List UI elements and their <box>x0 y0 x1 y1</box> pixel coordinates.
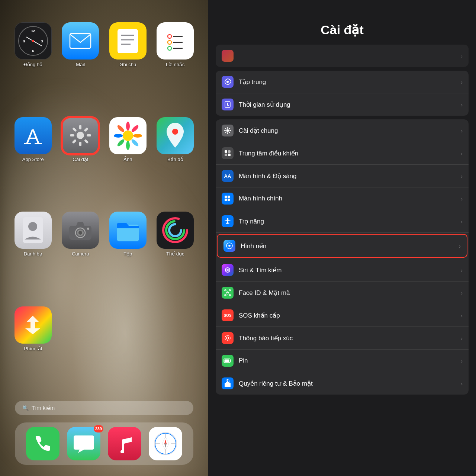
general-chevron: › <box>461 128 463 134</box>
phone-icon <box>26 427 60 460</box>
settings-row-accessibility[interactable]: Trợ năng › <box>216 210 469 233</box>
settings-row-sos[interactable]: SOS SOS khẩn cấp › <box>216 304 469 327</box>
svg-rect-72 <box>225 150 227 153</box>
svg-point-89 <box>226 292 227 293</box>
battery-chevron: › <box>461 358 463 364</box>
settings-row-siri[interactable]: Siri & Tìm kiếm › <box>216 259 469 282</box>
svg-point-90 <box>228 292 229 293</box>
svg-rect-78 <box>225 199 227 201</box>
svg-rect-69 <box>225 132 226 133</box>
svg-point-28 <box>123 131 133 141</box>
svg-rect-5 <box>118 29 138 53</box>
settings-header: Cài đặt <box>208 0 476 45</box>
siri-label: Siri & Tìm kiếm <box>239 266 458 274</box>
svg-point-36 <box>131 138 139 147</box>
dock-area: 🔍 Tìm kiếm <box>11 393 197 476</box>
photos-label: Ảnh <box>123 157 132 162</box>
svg-text:9: 9 <box>23 39 25 43</box>
app-item-reminders[interactable]: Lời nhắc <box>154 22 197 110</box>
settings-scroll: › Tập trung › Thời gian sử dụng › <box>208 45 476 476</box>
faceid-label: Face ID & Mật mã <box>239 289 458 297</box>
svg-rect-9 <box>164 28 186 54</box>
mail-icon <box>62 22 99 60</box>
screentime-icon <box>222 99 234 110</box>
settings-row-focus[interactable]: Tập trung › <box>216 71 469 93</box>
focus-section: Tập trung › Thời gian sử dụng › <box>216 71 469 116</box>
svg-rect-27 <box>84 139 89 144</box>
settings-row-general[interactable]: Cài đặt chung › <box>216 119 469 142</box>
safari-icon <box>149 427 182 460</box>
sos-icon: SOS <box>222 309 234 321</box>
settings-row-display[interactable]: AA Màn hình & Độ sáng › <box>216 165 469 187</box>
siri-chevron: › <box>461 267 463 273</box>
wallpaper-icon <box>223 240 235 252</box>
dock-app-messages[interactable]: 239 <box>67 427 100 460</box>
svg-rect-76 <box>225 196 227 198</box>
app-item-fitness[interactable]: Thể dục <box>154 212 197 299</box>
settings-row-control[interactable]: Trung tâm điều khiển › <box>216 142 469 165</box>
svg-rect-68 <box>229 128 230 129</box>
svg-text:12: 12 <box>31 29 35 33</box>
shortcuts-label: Phím tắt <box>24 346 42 351</box>
settings-row-faceid[interactable]: Face ID & Mật mã › <box>216 282 469 304</box>
settings-row-privacy[interactable]: Quyền riêng tư & Bảo mật › <box>216 372 469 395</box>
home-screen-panel: 12 3 6 9 Đồng hồ Mail <box>0 0 208 476</box>
exposure-icon <box>222 332 234 344</box>
wallpaper-label: Hình nền <box>241 242 456 250</box>
app-item-appstore[interactable]: A App Store <box>11 117 55 205</box>
notes-label: Ghi chú <box>119 62 136 67</box>
search-bar[interactable]: 🔍 Tìm kiếm <box>15 401 193 415</box>
fitness-icon <box>157 212 194 249</box>
privacy-chevron: › <box>461 380 463 387</box>
svg-rect-88 <box>229 295 231 296</box>
search-placeholder: Tìm kiếm <box>32 405 55 411</box>
siri-icon <box>222 264 234 276</box>
settings-row-wallpaper[interactable]: Hình nền › <box>217 234 467 258</box>
app-item-contacts[interactable]: Danh bạ <box>11 212 55 299</box>
settings-row-battery[interactable]: Pin › <box>216 350 469 372</box>
dock-app-phone[interactable] <box>26 427 60 460</box>
dock-app-music[interactable] <box>108 427 141 460</box>
svg-rect-79 <box>228 199 230 201</box>
focus-chevron: › <box>461 79 463 85</box>
svg-rect-66 <box>224 130 226 131</box>
files-icon <box>109 212 147 249</box>
homescreen-label: Màn hình chính <box>239 195 458 202</box>
app-item-photos[interactable]: Ảnh <box>106 117 150 205</box>
app-item-clock[interactable]: 12 3 6 9 Đồng hồ <box>11 22 55 110</box>
svg-point-30 <box>126 141 130 150</box>
reminders-label: Lời nhắc <box>166 62 185 67</box>
maps-icon <box>157 117 194 154</box>
partial-row[interactable]: › <box>216 45 469 67</box>
svg-point-44 <box>87 228 89 230</box>
app-item-maps[interactable]: Bản đồ <box>154 117 197 205</box>
svg-point-37 <box>172 129 178 135</box>
app-item-files[interactable]: Tệp <box>106 212 150 299</box>
contacts-label: Danh bạ <box>24 251 42 257</box>
privacy-label: Quyền riêng tư & Bảo mật <box>239 380 458 387</box>
svg-rect-4 <box>70 33 91 48</box>
settings-row-homescreen[interactable]: Màn hình chính › <box>216 187 469 210</box>
svg-rect-87 <box>225 295 226 296</box>
app-item-shortcuts[interactable]: Phím tắt <box>11 306 55 394</box>
general-icon <box>222 125 234 136</box>
clock-label: Đồng hồ <box>23 62 42 67</box>
settings-icon <box>62 117 99 154</box>
notes-icon <box>109 22 147 60</box>
appstore-label: App Store <box>22 157 44 162</box>
settings-label: Cài đặt <box>73 157 88 162</box>
app-item-notes[interactable]: Ghi chú <box>106 22 150 110</box>
dock-app-safari[interactable] <box>149 427 182 460</box>
wallpaper-chevron: › <box>459 243 461 249</box>
settings-row-screentime[interactable]: Thời gian sử dụng › <box>216 93 469 116</box>
battery-label: Pin <box>239 357 458 364</box>
app-item-camera[interactable]: Camera <box>59 212 103 299</box>
app-item-mail[interactable]: Mail <box>59 22 103 110</box>
svg-point-59 <box>226 81 229 83</box>
messages-badge: 239 <box>94 425 103 432</box>
faceid-chevron: › <box>461 290 463 296</box>
settings-row-exposure[interactable]: Thông báo tiếp xúc › <box>216 327 469 350</box>
svg-rect-64 <box>227 127 228 129</box>
homescreen-chevron: › <box>461 196 463 202</box>
app-item-settings[interactable]: Cài đặt <box>59 117 103 205</box>
